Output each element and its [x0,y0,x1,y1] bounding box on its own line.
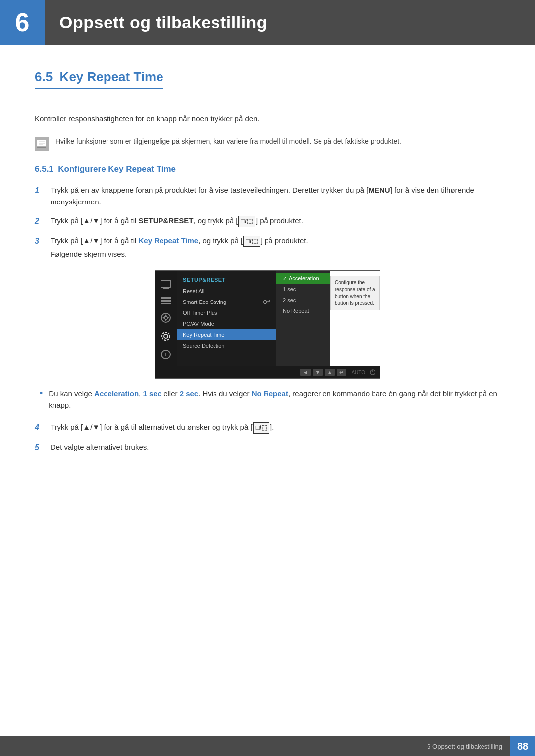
footer-page-number: 88 [510,736,535,756]
menu-item-off-timer: Off Timer Plus [177,307,276,318]
menu-item-key-repeat: Key Repeat Time [177,329,276,340]
step-4: 4 Trykk på [▲/▼] for å gå til alternativ… [35,421,500,434]
menu-item-pcav: PC/AV Mode [177,318,276,329]
svg-text:i: i [165,352,166,357]
note-text: Hvilke funksjoner som er tilgjengelige p… [55,136,401,147]
menu-item-smart-eco: Smart Eco Saving Off [177,297,276,307]
chapter-number: 6 [0,0,45,45]
bullet-text: Du kan velge Acceleration, 1 sec eller 2… [49,388,500,411]
menu-submenu: Acceleration 1 sec 2 sec No Repeat [276,271,330,366]
footer: 6 Oppsett og tilbakestilling 88 [0,736,535,756]
menu-item-source-detection: Source Detection [177,340,276,351]
note-box: Hvilke funksjoner som er tilgjengelige p… [35,136,500,151]
confirm-key-2: □/⬚ [243,236,260,247]
header-title: Oppsett og tilbakestilling [45,13,267,32]
main-content: 6.5 Key Repeat Time Kontroller responsha… [0,45,535,502]
subsection-heading: 6.5.1 Konfigurere Key Repeat Time [35,164,500,174]
menu-sidebar: i [155,271,177,366]
auto-label: AUTO [351,370,365,375]
menu-screenshot: i SETUP&RESET Reset All Smart Eco Saving… [35,270,500,379]
bullet-item: • Du kan velge Acceleration, 1 sec eller… [40,388,500,411]
key-repeat-time-label: Key Repeat Time [139,236,199,245]
key-menu: MENU [368,186,390,194]
option-acceleration: Acceleration [94,389,139,398]
menu-main: SETUP&RESET Reset All Smart Eco Saving O… [177,271,276,366]
svg-rect-2 [37,147,46,148]
submenu-acceleration: Acceleration [276,273,330,284]
option-2sec: 2 sec [180,389,199,398]
submenu-1sec: 1 sec [276,284,330,295]
intro-text: Kontroller responshastigheten for en kna… [35,113,500,125]
footer-text: 6 Oppsett og tilbakestilling [427,743,510,750]
bullet-section: • Du kan velge Acceleration, 1 sec eller… [35,388,500,411]
sidebar-arrows-icon [160,312,171,325]
step-2: 2 Trykk på [▲/▼] for å gå til SETUP&RESE… [35,215,500,228]
section-heading: 6.5 Key Repeat Time [35,69,163,89]
menu-content-row: i SETUP&RESET Reset All Smart Eco Saving… [155,271,380,366]
power-icon [369,369,376,376]
menu-item-reset-all: Reset All [177,286,276,297]
option-no-repeat: No Repeat [252,389,288,398]
submenu-2sec: 2 sec [276,295,330,305]
note-icon [35,137,49,151]
menu-bottom-bar: ◄ ▼ ▲ ↵ AUTO [155,366,380,378]
svg-marker-15 [162,316,165,319]
svg-rect-10 [160,300,171,302]
svg-rect-9 [160,297,171,299]
sidebar-info-icon: i [160,349,171,361]
steps-list: 1 Trykk på en av knappene foran på produ… [35,184,500,260]
following-screen-text: Følgende skjerm vises. [51,249,127,260]
bullet-dot: • [40,388,43,399]
menu-wrapper: i SETUP&RESET Reset All Smart Eco Saving… [155,270,380,379]
confirm-key-3: □/⬚ [253,422,269,434]
sidebar-monitor-icon [160,280,171,291]
sidebar-gear-icon [160,331,171,343]
step-3: 3 Trykk på [▲/▼] for å gå til Key Repeat… [35,235,500,261]
menu-tooltip: Configure the response rate of a button … [330,276,380,310]
bottom-buttons: ◄ ▼ ▲ ↵ AUTO [300,369,376,376]
step-5: 5 Det valgte alternativet brukes. [35,441,500,454]
option-1sec: 1 sec [143,389,161,398]
menu-header-label: SETUP&RESET [177,275,276,286]
svg-marker-16 [167,316,169,319]
step-5-text: Det valgte alternativet brukes. [51,441,500,453]
header: 6 Oppsett og tilbakestilling [0,0,535,45]
svg-rect-7 [164,287,168,288]
setup-reset-label: SETUP&RESET [139,216,194,225]
svg-rect-8 [163,288,169,289]
svg-rect-11 [160,303,171,304]
submenu-no-repeat: No Repeat [276,305,330,316]
svg-point-18 [162,332,170,340]
sidebar-lines-icon [160,297,171,306]
svg-point-17 [164,334,168,338]
steps-list-45: 4 Trykk på [▲/▼] for å gå til alternativ… [35,421,500,454]
svg-rect-6 [161,280,171,287]
step-1: 1 Trykk på en av knappene foran på produ… [35,184,500,208]
confirm-key: □/⬚ [238,216,255,227]
